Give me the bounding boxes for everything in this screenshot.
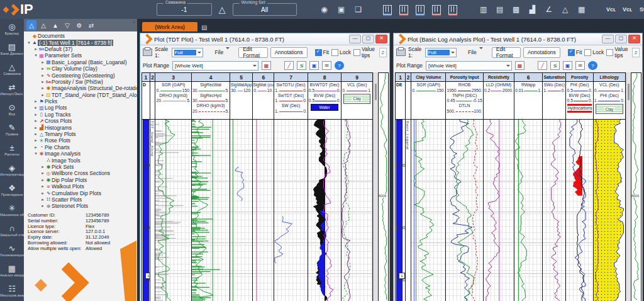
- track-curve-header[interactable]: SwTDTU (Dec)1.0.SwTDT (Dec)1.0.SW (Dec)1…: [274, 82, 308, 120]
- tree-expander-icon[interactable]: ▸: [33, 145, 38, 150]
- file-menu[interactable]: File: [468, 49, 477, 55]
- crossplot-icon[interactable]: ∠: [543, 3, 555, 16]
- tree-item[interactable]: ▸▥Log Plots: [24, 105, 137, 111]
- lock-checkbox[interactable]: Lock: [331, 49, 351, 56]
- track-header-cell[interactable]: 6: [514, 72, 542, 82]
- tree-expander-icon[interactable]: ▸: [40, 86, 45, 91]
- email-icon[interactable]: ✉: [322, 61, 331, 70]
- maximize-button[interactable]: ▢: [615, 35, 627, 43]
- plot-layout-icon[interactable]: ▦: [262, 61, 271, 70]
- tree-item[interactable]: ▾▦Parameter Sets: [24, 52, 137, 59]
- tree-item[interactable]: ▸◉Dip Polar Plots: [24, 177, 137, 183]
- sidebar-item-database[interactable]: ▤База Данных: [0, 39, 24, 59]
- tree-item[interactable]: ▸✳Rose Plots: [24, 137, 137, 144]
- track-header-cell[interactable]: 8: [308, 72, 341, 82]
- track-header-cell[interactable]: Resistivity: [484, 72, 514, 82]
- tree-item[interactable]: ▸▦Basic_Loganal (Basic_Loganal): [24, 59, 137, 65]
- tree-item[interactable]: ▾✱Image Analysis: [24, 150, 137, 157]
- well-selector[interactable]: Скважина -1: [157, 3, 212, 16]
- tree-item[interactable]: ▸↗Cross Plots: [24, 118, 137, 124]
- email-icon[interactable]: ✉: [575, 61, 585, 70]
- tree-item[interactable]: ▸▨TDT_Stand_Alone (TDT_Stand_Alone): [24, 92, 137, 98]
- help-icon[interactable]: ?: [588, 61, 597, 70]
- tree-expander-icon[interactable]: ▸: [40, 203, 45, 208]
- ternary-plot-icon[interactable]: △: [559, 3, 572, 16]
- tree-item[interactable]: ▸VtClay Volume (Clay): [24, 65, 137, 72]
- close-button[interactable]: ✕: [628, 35, 640, 43]
- track-data[interactable]: Basic_Loganal: [406, 120, 411, 301]
- log-view-5-icon[interactable]: [448, 5, 457, 14]
- tree-item[interactable]: ▸△Ternary Plots: [24, 131, 137, 137]
- track-data[interactable]: 7800800082001: [142, 120, 150, 301]
- track-header-cell[interactable]: 4: [192, 72, 230, 82]
- lock-checkbox[interactable]: Lock: [584, 49, 604, 56]
- tree-expander-icon[interactable]: ▸: [40, 191, 45, 196]
- overview-track[interactable]: 8006: [631, 72, 641, 301]
- track-header-cell[interactable]: Porosity Input: [446, 72, 482, 82]
- tree-item[interactable]: ▸▯Log Tracks: [24, 111, 137, 118]
- sidebar-item-well[interactable]: △Скважина: [0, 59, 24, 79]
- tree-expander-icon[interactable]: ▾: [26, 40, 31, 45]
- track-header-cell[interactable]: 7: [274, 72, 308, 82]
- minimize-button[interactable]: —: [349, 35, 361, 43]
- plot-range-combobox[interactable]: [Whole Well]: [426, 61, 512, 71]
- plot-pair-icon[interactable]: ▩: [510, 3, 523, 16]
- sidebar-item-calculations[interactable]: ±Расчеты: [0, 140, 24, 160]
- track-header-cell[interactable]: Clay Volume: [411, 72, 445, 82]
- curve-sets-icon[interactable]: ▲: [50, 20, 60, 30]
- track-data[interactable]: [514, 120, 542, 301]
- filter-icon[interactable]: ▽: [62, 20, 72, 30]
- print-icon[interactable]: [143, 48, 152, 56]
- track-data[interactable]: [594, 120, 625, 301]
- log-view-3-icon[interactable]: [416, 5, 425, 14]
- tree-item[interactable]: ▾▲(-1) Test Well 1 [7614 - 8738 ft]: [24, 39, 137, 45]
- track-data[interactable]: [253, 120, 274, 301]
- track-curve-header[interactable]: D: [142, 82, 150, 120]
- wells-browser-icon[interactable]: △: [26, 20, 36, 30]
- image-export-icon[interactable]: ▣: [563, 61, 572, 70]
- track-data[interactable]: 7800800082001: [396, 120, 405, 301]
- plot-scrollbar-thumb[interactable]: [375, 84, 377, 100]
- track-curve-header[interactable]: SGR (GAPI)0.150.DRHO (kg/m3)20.5.: [155, 82, 191, 120]
- tree-item[interactable]: ▸SwPorosity / Sw (PhiSw): [24, 79, 137, 85]
- track-curve-header[interactable]: RHOB1950.2950.TNPH (DEC)0.45-0.15DTLN500…: [446, 82, 482, 120]
- image-export-icon[interactable]: ▣: [309, 61, 319, 70]
- tree-item[interactable]: ▸⚑Picks: [24, 98, 137, 105]
- tree-expander-icon[interactable]: ▸: [33, 47, 38, 52]
- track-curve-header[interactable]: SGR (GAPI)0.150.: [411, 82, 445, 120]
- tree-expander-icon[interactable]: ▸: [40, 164, 45, 169]
- track-header-cell[interactable]: Lithology: [594, 72, 625, 82]
- plot-range-combobox[interactable]: [Whole Well]: [172, 61, 258, 71]
- tree-expander-icon[interactable]: ▸: [33, 118, 38, 123]
- track-curve-header[interactable]: SWu (Dec)1.0.: [543, 82, 565, 120]
- track-header-cell[interactable]: 2: [406, 72, 411, 82]
- sidebar-item-browser[interactable]: ◎Браузер: [0, 19, 24, 39]
- tree-item[interactable]: ▸✱Pick Sets: [24, 164, 137, 170]
- tree-item[interactable]: ▸◔Pie Charts: [24, 144, 137, 150]
- vcl-icon[interactable]: Vᴄʟ: [605, 3, 618, 16]
- file-menu[interactable]: File: [214, 49, 223, 55]
- scale-combobox[interactable]: Full: [172, 48, 204, 57]
- track-data[interactable]: TDT_Stand_Alone: [150, 120, 155, 301]
- file-menu-arrow-icon[interactable]: [479, 49, 483, 55]
- edit-format-button[interactable]: Edit Format: [238, 47, 267, 58]
- tree-expander-icon[interactable]: ▸: [33, 125, 38, 130]
- histogram-icon[interactable]: ▟: [526, 3, 539, 16]
- sidebar-item-image-analysis[interactable]: ▦Анализ имидж.: [0, 261, 24, 281]
- scale-spinner[interactable]: 2: [632, 48, 640, 57]
- tree-expander-icon[interactable]: ▸: [33, 105, 38, 110]
- tree-item[interactable]: ▸≈Walkout Plots: [24, 183, 137, 190]
- sidebar-item-cased-hole[interactable]: ∩Закрытый ств.: [0, 220, 24, 241]
- value-tips-checkbox[interactable]: Value tips: [606, 46, 629, 59]
- copy-plots-icon[interactable]: ❏: [352, 3, 365, 16]
- track-data[interactable]: [484, 120, 514, 301]
- scale-spinner[interactable]: 2: [379, 48, 387, 57]
- track-area[interactable]: 1D78008000820012TDT_Stand_Alone3SGR (GAP…: [142, 72, 373, 301]
- save-icon[interactable]: ▣: [335, 3, 348, 16]
- panel-close-icon[interactable]: ×: [133, 19, 136, 25]
- track-header-cell[interactable]: 5: [230, 72, 252, 82]
- track-curve-header[interactable]: VCL (Dec)0.1.Clay: [341, 82, 372, 120]
- log-view-4-icon[interactable]: [432, 5, 441, 14]
- tree-expander-icon[interactable]: ▾: [33, 151, 38, 156]
- track-data[interactable]: [155, 120, 191, 301]
